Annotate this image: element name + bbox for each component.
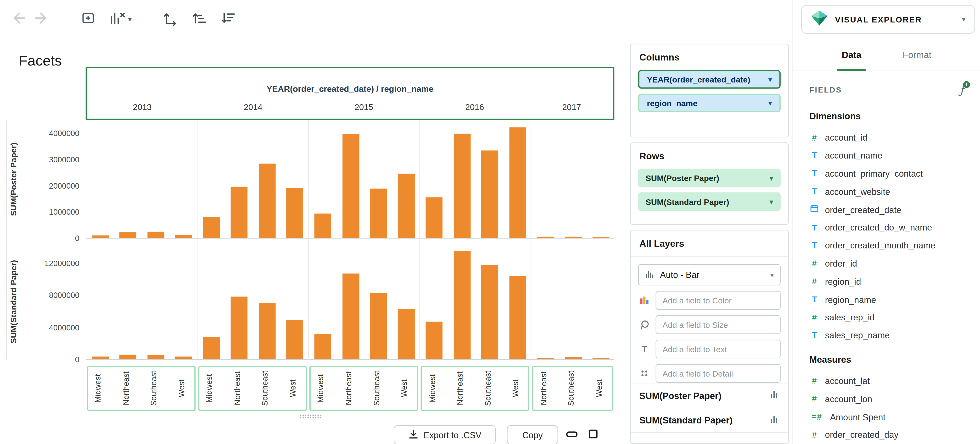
forward-arrow-icon <box>33 10 49 29</box>
bar[interactable] <box>453 251 471 359</box>
undo-button[interactable] <box>9 9 30 30</box>
bar[interactable] <box>342 273 359 359</box>
chevron-down-icon[interactable]: ▾ <box>770 271 774 279</box>
text-field-icon: T <box>809 295 819 304</box>
chevron-down-icon[interactable]: ▾ <box>768 75 772 84</box>
layers-panel: All Layers Auto - Bar ▾ <box>630 230 789 444</box>
bar[interactable] <box>593 237 609 238</box>
chart-type-select[interactable]: Auto - Bar ▾ <box>638 264 780 285</box>
formula-field-icon: =# <box>809 413 824 421</box>
bar[interactable] <box>565 357 582 359</box>
field-label: region_name <box>825 295 876 304</box>
bar[interactable] <box>92 357 109 359</box>
sort-descending-button[interactable] <box>219 9 235 30</box>
facet-year-row: 20132014201520162017 <box>87 102 613 112</box>
export-csv-button[interactable]: Export to .CSV <box>394 425 496 444</box>
chevron-down-icon[interactable]: ▾ <box>768 99 772 107</box>
bar[interactable] <box>259 164 276 238</box>
bar[interactable] <box>481 265 498 359</box>
add-widget-button[interactable] <box>80 9 96 30</box>
bar[interactable] <box>342 134 359 238</box>
bar[interactable] <box>231 297 248 359</box>
bar[interactable] <box>120 355 137 359</box>
field-item[interactable]: #order_created_day <box>809 426 970 444</box>
layer-measure-poster[interactable]: SUM(Poster Paper) <box>631 383 788 408</box>
chevron-down-icon[interactable]: ▾ <box>770 198 773 206</box>
chart-canvas: Facets YEAR(order_created_date) / region… <box>0 39 627 444</box>
bar[interactable] <box>481 151 498 238</box>
bar[interactable] <box>509 128 526 238</box>
bar[interactable] <box>593 358 609 359</box>
expand-icon[interactable] <box>589 430 598 439</box>
bar[interactable] <box>231 187 248 238</box>
field-label: sales_rep_name <box>825 330 889 341</box>
field-item[interactable]: #account_lat <box>809 372 970 390</box>
color-field-input[interactable] <box>656 291 781 310</box>
bar[interactable] <box>120 232 137 238</box>
tab-format[interactable]: Format <box>900 39 934 71</box>
chevron-down-icon[interactable]: ▾ <box>962 15 966 24</box>
sort-descending-icon <box>219 10 235 29</box>
bar[interactable] <box>175 357 192 359</box>
bar[interactable] <box>148 232 164 238</box>
bar[interactable] <box>175 235 192 238</box>
bar[interactable] <box>203 217 220 238</box>
detail-field-input[interactable] <box>656 364 781 383</box>
field-item[interactable]: Torder_created_do_w_name <box>809 219 970 236</box>
bar[interactable] <box>398 309 415 359</box>
bar[interactable] <box>537 237 554 238</box>
field-item[interactable]: #account_lon <box>809 390 970 408</box>
chevron-down-icon[interactable]: ▾ <box>770 174 773 182</box>
field-item[interactable]: Taccount_name <box>809 147 970 165</box>
bar[interactable] <box>370 293 387 359</box>
bar[interactable] <box>398 174 415 238</box>
bar[interactable] <box>509 276 526 359</box>
field-item[interactable]: #region_id <box>809 273 970 290</box>
bar[interactable] <box>259 303 276 359</box>
bar[interactable] <box>286 319 304 359</box>
field-item[interactable]: #account_id <box>809 128 970 147</box>
number-field-icon: # <box>809 133 819 142</box>
column-pill-region[interactable]: region_name ▾ <box>638 94 780 113</box>
visual-explorer-menu[interactable]: VISUAL EXPLORER ▾ <box>801 5 975 34</box>
bar[interactable] <box>370 189 387 238</box>
copy-button[interactable]: Copy <box>507 425 558 444</box>
bar[interactable] <box>537 358 554 359</box>
field-label: Amount Spent <box>830 412 886 422</box>
field-item[interactable]: #order_id <box>809 254 970 272</box>
size-field-input[interactable] <box>656 316 781 334</box>
resize-handle[interactable] <box>300 413 321 420</box>
field-item[interactable]: Tregion_name <box>809 290 970 308</box>
bar[interactable] <box>315 214 331 238</box>
row-pill-standard[interactable]: SUM(Standard Paper) ▾ <box>638 192 780 211</box>
bar[interactable] <box>148 355 164 359</box>
field-item[interactable]: =#Amount Spent <box>809 408 970 426</box>
bar[interactable] <box>453 134 471 238</box>
redo-button[interactable] <box>30 9 51 30</box>
fields-tabs: Data Format <box>793 39 980 71</box>
bar[interactable] <box>92 235 109 238</box>
swap-axes-button[interactable] <box>162 9 178 30</box>
field-item[interactable]: Torder_created_month_name <box>809 236 970 254</box>
bar[interactable] <box>203 337 220 359</box>
field-item[interactable]: #sales_rep_id <box>809 308 970 327</box>
tab-data[interactable]: Data <box>839 39 864 71</box>
fields-label: FIELDS <box>809 86 842 94</box>
sort-ascending-button[interactable] <box>190 9 207 30</box>
collapse-icon[interactable] <box>566 431 578 437</box>
bar[interactable] <box>315 334 331 359</box>
field-item[interactable]: order_created_date <box>809 201 970 219</box>
layer-measure-standard[interactable]: SUM(Standard Paper) <box>631 408 788 433</box>
column-pill-year[interactable]: YEAR(order_created_date) ▾ <box>638 70 780 89</box>
row-pill-poster[interactable]: SUM(Poster Paper) ▾ <box>638 168 780 187</box>
field-item[interactable]: Taccount_website <box>809 183 970 201</box>
field-item[interactable]: Tsales_rep_name <box>809 327 970 344</box>
bar[interactable] <box>565 237 582 238</box>
formula-add-icon[interactable]: ƒ+ <box>960 84 964 96</box>
bar[interactable] <box>286 188 304 238</box>
chart-options-button[interactable]: ▾ <box>109 9 131 30</box>
bar[interactable] <box>426 197 443 238</box>
field-item[interactable]: Taccount_primary_contact <box>809 165 970 182</box>
bar[interactable] <box>426 321 443 359</box>
text-field-input[interactable] <box>656 340 781 358</box>
